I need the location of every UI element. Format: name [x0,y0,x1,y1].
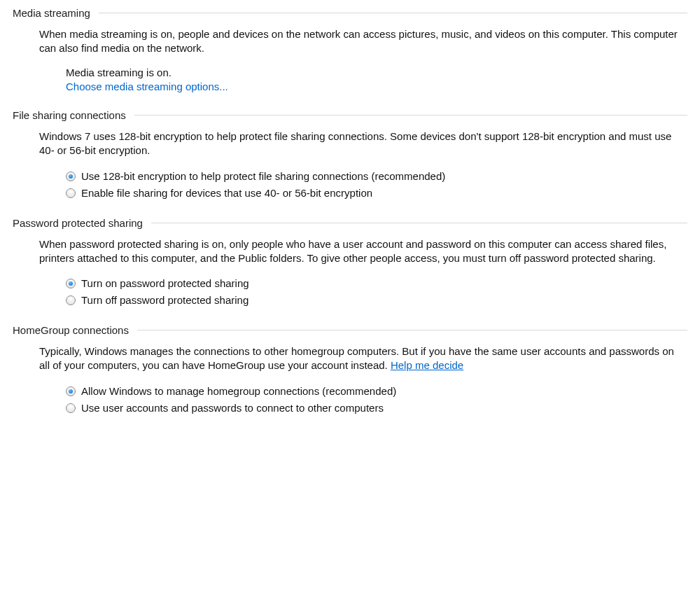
section-header: File sharing connections [13,109,687,121]
media-status: Media streaming is on. [66,66,680,80]
media-description: When media streaming is on, people and d… [39,27,680,56]
radio-label[interactable]: Turn on password protected sharing [81,275,249,292]
section-rule [137,330,687,330]
section-body: When password protected sharing is on, o… [13,237,687,309]
section-media-streaming: Media streaming When media streaming is … [13,7,687,94]
radio-icon[interactable] [66,188,76,198]
section-rule [99,13,687,13]
radio-option-128bit[interactable]: Use 128-bit encryption to help protect f… [66,168,680,185]
advanced-sharing-settings-page: Media streaming When media streaming is … [0,0,700,446]
homegroup-description: Typically, Windows manages the connectio… [39,344,680,373]
section-password-sharing: Password protected sharing When password… [13,217,687,309]
radio-label[interactable]: Use 128-bit encryption to help protect f… [81,168,445,185]
section-header: HomeGroup connections [13,324,687,336]
radio-icon[interactable] [66,172,76,181]
section-title: HomeGroup connections [13,324,129,336]
section-rule [134,115,687,116]
help-me-decide-link[interactable]: Help me decide [391,359,463,371]
radio-option-password-on[interactable]: Turn on password protected sharing [66,275,680,292]
password-radio-group: Turn on password protected sharing Turn … [39,275,680,309]
radio-label[interactable]: Use user accounts and passwords to conne… [81,400,384,417]
media-options-link[interactable]: Choose media streaming options... [66,81,228,92]
section-header: Password protected sharing [13,217,687,229]
section-rule [151,223,687,223]
homegroup-description-text: Typically, Windows manages the connectio… [39,345,674,371]
radio-label[interactable]: Turn off password protected sharing [81,292,248,309]
file-sharing-description: Windows 7 uses 128-bit encryption to hel… [39,130,680,158]
media-status-block: Media streaming is on. Choose media stre… [39,66,680,95]
radio-option-40-56bit[interactable]: Enable file sharing for devices that use… [66,185,680,202]
section-body: When media streaming is on, people and d… [13,27,687,94]
section-homegroup: HomeGroup connections Typically, Windows… [13,324,687,417]
password-description: When password protected sharing is on, o… [39,237,680,266]
radio-icon[interactable] [66,295,76,305]
section-body: Windows 7 uses 128-bit encryption to hel… [13,130,687,202]
homegroup-radio-group: Allow Windows to manage homegroup connec… [39,383,680,417]
radio-icon[interactable] [66,279,76,288]
radio-option-user-accounts[interactable]: Use user accounts and passwords to conne… [66,400,680,417]
section-body: Typically, Windows manages the connectio… [13,344,687,417]
section-title: File sharing connections [13,109,126,121]
section-title: Media streaming [13,7,90,19]
file-sharing-radio-group: Use 128-bit encryption to help protect f… [39,168,680,202]
radio-label[interactable]: Enable file sharing for devices that use… [81,185,372,202]
section-title: Password protected sharing [13,217,143,229]
radio-option-password-off[interactable]: Turn off password protected sharing [66,292,680,309]
radio-option-windows-manage[interactable]: Allow Windows to manage homegroup connec… [66,383,680,400]
section-header: Media streaming [13,7,687,19]
radio-icon[interactable] [66,403,76,413]
radio-label[interactable]: Allow Windows to manage homegroup connec… [81,383,396,400]
radio-icon[interactable] [66,386,76,396]
section-file-sharing: File sharing connections Windows 7 uses … [13,109,687,202]
